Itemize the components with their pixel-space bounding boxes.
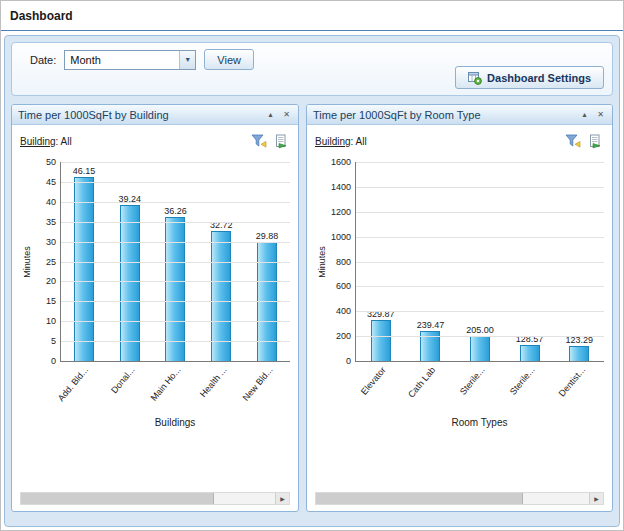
date-dropdown-value: Month bbox=[65, 51, 179, 69]
panel-time-by-room-type: Time per 1000SqFt by Room Type ▴ ✕ Build… bbox=[306, 104, 613, 512]
panel-header: Time per 1000SqFt by Building ▴ ✕ bbox=[12, 105, 298, 125]
gridline bbox=[61, 341, 290, 342]
y-tick-label: 800 bbox=[336, 257, 351, 267]
gridline bbox=[61, 321, 290, 322]
dashboard-settings-button[interactable]: Dashboard Settings bbox=[455, 66, 604, 89]
y-tick-label: 45 bbox=[46, 177, 56, 187]
gridline bbox=[61, 182, 290, 183]
gridline bbox=[356, 237, 604, 238]
y-tick-label: 10 bbox=[46, 316, 56, 326]
building-filter-value: : All bbox=[351, 136, 367, 147]
bar: 46.15 bbox=[61, 166, 107, 361]
page-header: Dashboard bbox=[1, 1, 623, 31]
scroll-right-icon[interactable]: ▶ bbox=[589, 493, 603, 504]
page-title: Dashboard bbox=[10, 9, 73, 23]
export-icon[interactable] bbox=[271, 133, 290, 150]
panel-body: Building : All bbox=[307, 125, 612, 511]
scrollbar-track[interactable] bbox=[523, 493, 589, 504]
y-tick-label: 1000 bbox=[331, 232, 351, 242]
scrollbar-track[interactable] bbox=[214, 493, 275, 504]
bar-value-label: 205.00 bbox=[466, 325, 494, 335]
x-tick-label: Cath Lab bbox=[405, 362, 455, 417]
dashboard-settings-icon bbox=[468, 71, 482, 85]
filter-icon[interactable] bbox=[563, 133, 582, 150]
chevron-down-icon: ▼ bbox=[179, 51, 195, 69]
x-axis-title: Room Types bbox=[355, 417, 604, 428]
horizontal-scrollbar[interactable]: ▶ bbox=[20, 492, 290, 505]
y-tick-label: 35 bbox=[46, 217, 56, 227]
plot-area: 46.1539.2436.2632.7229.88 bbox=[60, 162, 290, 362]
date-dropdown[interactable]: Month ▼ bbox=[64, 50, 196, 70]
panel-title: Time per 1000SqFt by Building bbox=[18, 109, 169, 121]
filter-row: Building : All bbox=[315, 130, 604, 152]
scrollbar-thumb[interactable] bbox=[316, 493, 523, 504]
app-window: Dashboard Date: Month ▼ View bbox=[0, 0, 624, 531]
gridline bbox=[356, 336, 604, 337]
gridline bbox=[356, 286, 604, 287]
bar-chart-buildings: Minutes 05101520253035404550 46.1539.243… bbox=[20, 162, 290, 428]
bar-value-label: 29.88 bbox=[256, 231, 279, 241]
gridline bbox=[356, 262, 604, 263]
x-tick-label: Donal... bbox=[106, 362, 152, 417]
x-tick-label: Main Ho... bbox=[152, 362, 198, 417]
gridline bbox=[61, 162, 290, 163]
bar: 128.57 bbox=[505, 334, 555, 361]
export-icon[interactable] bbox=[585, 133, 604, 150]
bar: 239.47 bbox=[406, 320, 456, 361]
building-filter-value: : All bbox=[56, 136, 72, 147]
panel-time-by-building: Time per 1000SqFt by Building ▴ ✕ Buildi… bbox=[11, 104, 299, 512]
bar-value-label: 239.47 bbox=[417, 320, 445, 330]
y-tick-label: 400 bbox=[336, 306, 351, 316]
y-axis-title: Minutes bbox=[315, 162, 328, 362]
bar-chart-room-types: Minutes 02004006008001000120014001600 32… bbox=[315, 162, 604, 428]
bar: 329.87 bbox=[356, 309, 406, 361]
gridline bbox=[61, 262, 290, 263]
bar: 123.29 bbox=[554, 335, 604, 361]
date-label: Date: bbox=[30, 54, 56, 66]
gridline bbox=[356, 212, 604, 213]
x-tick-label: Elevator bbox=[355, 362, 405, 417]
horizontal-scrollbar[interactable]: ▶ bbox=[315, 492, 604, 505]
plot-area: 329.87239.47205.00128.57123.29 bbox=[355, 162, 604, 362]
x-tick-label: Sterile... bbox=[504, 362, 554, 417]
y-tick-label: 600 bbox=[336, 281, 351, 291]
dashboard-container: Date: Month ▼ View bbox=[4, 35, 620, 527]
building-filter-link[interactable]: Building bbox=[20, 136, 56, 147]
gridline bbox=[356, 162, 604, 163]
y-axis: 05101520253035404550 bbox=[33, 162, 60, 362]
y-tick-label: 25 bbox=[46, 257, 56, 267]
x-axis-title: Buildings bbox=[60, 417, 290, 428]
y-tick-label: 50 bbox=[46, 157, 56, 167]
x-labels: ElevatorCath LabSterile...Sterile...Dent… bbox=[355, 362, 604, 417]
gridline bbox=[356, 311, 604, 312]
filter-row: Building : All bbox=[20, 130, 290, 152]
x-tick-label: Health ... bbox=[198, 362, 244, 417]
x-tick-label: New Bld... bbox=[244, 362, 290, 417]
scroll-right-icon[interactable]: ▶ bbox=[275, 493, 289, 504]
close-icon[interactable]: ✕ bbox=[595, 109, 606, 120]
y-tick-label: 20 bbox=[46, 276, 56, 286]
collapse-icon[interactable]: ▴ bbox=[265, 109, 276, 120]
y-tick-label: 5 bbox=[51, 336, 56, 346]
gridline bbox=[61, 202, 290, 203]
filter-icon[interactable] bbox=[249, 133, 268, 150]
view-button[interactable]: View bbox=[204, 49, 254, 70]
collapse-icon[interactable]: ▴ bbox=[579, 109, 590, 120]
y-axis-title: Minutes bbox=[20, 162, 33, 362]
y-tick-label: 1400 bbox=[331, 182, 351, 192]
y-tick-label: 30 bbox=[46, 237, 56, 247]
bar: 36.26 bbox=[153, 206, 199, 361]
gridline bbox=[61, 281, 290, 282]
close-icon[interactable]: ✕ bbox=[281, 109, 292, 120]
y-tick-label: 0 bbox=[346, 356, 351, 366]
y-tick-label: 1600 bbox=[331, 157, 351, 167]
dashboard-settings-label: Dashboard Settings bbox=[487, 72, 591, 84]
panel-title: Time per 1000SqFt by Room Type bbox=[313, 109, 481, 121]
bar: 205.00 bbox=[455, 325, 505, 361]
gridline bbox=[61, 222, 290, 223]
scrollbar-thumb[interactable] bbox=[21, 493, 214, 504]
y-axis: 02004006008001000120014001600 bbox=[328, 162, 355, 362]
building-filter-link[interactable]: Building bbox=[315, 136, 351, 147]
bar-value-label: 46.15 bbox=[73, 166, 96, 176]
x-tick-label: Dentist... bbox=[554, 362, 604, 417]
